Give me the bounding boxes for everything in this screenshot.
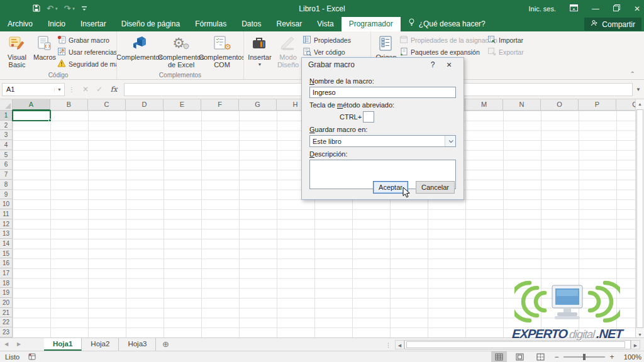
row-header-19[interactable]: 19 xyxy=(0,288,12,298)
tab-diseno-de-pagina[interactable]: Diseño de página xyxy=(114,17,187,31)
horizontal-scroll-thumb[interactable] xyxy=(406,341,625,348)
row-header-7[interactable]: 7 xyxy=(0,170,12,180)
row-header-13[interactable]: 13 xyxy=(0,229,12,239)
ver-codigo-button[interactable]: Ver código xyxy=(303,46,351,58)
column-header-n[interactable]: N xyxy=(503,99,541,110)
confirm-entry-icon[interactable]: ✓ xyxy=(92,85,106,94)
complementos-com-button[interactable]: ⚙ Complementos COM xyxy=(202,33,242,69)
page-layout-view-button[interactable] xyxy=(512,351,528,362)
save-macro-in-select[interactable]: Este libro xyxy=(309,135,456,147)
selected-cell-a1[interactable] xyxy=(12,110,51,121)
splitter-dots-icon[interactable]: ⋮ xyxy=(386,342,391,348)
paquetes-expansion-button[interactable]: Paquetes de expansión xyxy=(399,46,487,58)
row-header-5[interactable]: 5 xyxy=(0,150,12,160)
sheet-tab-hoja1[interactable]: Hoja1 xyxy=(44,338,82,351)
column-header-q[interactable]: Q xyxy=(616,99,635,110)
row-header-23[interactable]: 23 xyxy=(0,327,12,337)
sheet-nav-left-icon[interactable]: ◀ xyxy=(0,338,13,351)
expand-formula-bar-icon[interactable]: ▼ xyxy=(633,87,644,92)
tell-me-box[interactable]: ¿Qué desea hacer? xyxy=(401,17,493,31)
row-header-3[interactable]: 3 xyxy=(0,130,12,140)
undo-caret-icon[interactable]: ▾ xyxy=(55,6,58,11)
macro-name-input[interactable] xyxy=(309,87,456,98)
propiedades-asignacion-button[interactable]: Propiedades de la asignación xyxy=(399,34,487,46)
column-header-e[interactable]: E xyxy=(164,99,201,110)
redo-caret-icon[interactable]: ▾ xyxy=(72,6,75,11)
insert-function-icon[interactable]: fx xyxy=(106,85,121,94)
column-header-m[interactable]: M xyxy=(465,99,503,110)
row-header-15[interactable]: 15 xyxy=(0,249,12,259)
macros-button[interactable]: Macros xyxy=(32,33,57,62)
zoom-percent-label[interactable]: 100% xyxy=(620,353,641,361)
fill-handle[interactable] xyxy=(48,119,52,122)
tab-inicio[interactable]: Inicio xyxy=(40,17,73,31)
tab-archivo[interactable]: Archivo xyxy=(0,17,40,31)
column-header-d[interactable]: D xyxy=(126,99,164,110)
sheet-nav-right-icon[interactable]: ▶ xyxy=(13,338,25,351)
visual-basic-button[interactable]: Visual Basic xyxy=(2,33,32,69)
modo-diseno-button[interactable]: Modo Diseño xyxy=(274,33,303,69)
row-header-6[interactable]: 6 xyxy=(0,160,12,170)
page-break-view-button[interactable] xyxy=(533,351,548,362)
row-header-17[interactable]: 17 xyxy=(0,268,12,278)
row-header-20[interactable]: 20 xyxy=(0,298,12,308)
tab-vista[interactable]: Vista xyxy=(309,17,341,31)
row-header-16[interactable]: 16 xyxy=(0,258,12,268)
column-header-b[interactable]: B xyxy=(50,99,88,110)
importar-button[interactable]: Importar xyxy=(487,34,524,46)
cancel-entry-icon[interactable]: ✕ xyxy=(79,85,92,94)
propiedades-button[interactable]: Propiedades xyxy=(303,34,351,46)
row-header-1[interactable]: 1 xyxy=(0,111,12,121)
qat-customize-icon[interactable] xyxy=(81,3,87,14)
sign-in-link[interactable]: Inic. ses. xyxy=(529,5,556,13)
column-header-f[interactable]: F xyxy=(201,99,239,110)
scroll-up-icon[interactable]: ▲ xyxy=(636,99,644,109)
row-header-8[interactable]: 8 xyxy=(0,180,12,190)
dialog-help-icon[interactable]: ? xyxy=(425,60,441,69)
referencias-relativas-button[interactable]: Usar referencias relativas xyxy=(57,46,117,58)
row-header-9[interactable]: 9 xyxy=(0,190,12,200)
row-header-4[interactable]: 4 xyxy=(0,140,12,150)
column-header-o[interactable]: O xyxy=(541,99,579,110)
column-header-c[interactable]: C xyxy=(88,99,126,110)
cancelar-button[interactable]: Cancelar xyxy=(416,181,455,194)
column-header-a[interactable]: A xyxy=(13,99,50,110)
tab-programador[interactable]: Programador xyxy=(341,17,401,31)
collapse-ribbon-icon[interactable]: ⌃ xyxy=(630,70,635,77)
tab-datos[interactable]: Datos xyxy=(234,17,269,31)
row-header-14[interactable]: 14 xyxy=(0,239,12,249)
vertical-scroll-thumb[interactable] xyxy=(636,109,643,328)
exportar-button[interactable]: Exportar xyxy=(487,46,524,58)
sheet-tab-hoja2[interactable]: Hoja2 xyxy=(82,338,119,351)
restore-button[interactable] xyxy=(613,4,620,13)
ribbon-display-options-icon[interactable] xyxy=(570,4,578,13)
zoom-in-icon[interactable]: + xyxy=(609,353,615,361)
row-header-22[interactable]: 22 xyxy=(0,317,12,327)
column-header-g[interactable]: G xyxy=(239,99,277,110)
minimize-button[interactable]: — xyxy=(592,4,599,13)
tab-revisar[interactable]: Revisar xyxy=(269,17,310,31)
sheet-tab-hoja3[interactable]: Hoja3 xyxy=(119,338,156,351)
complementos-button[interactable]: Complementos xyxy=(119,33,160,62)
dialog-close-icon[interactable]: × xyxy=(441,60,457,70)
row-header-2[interactable]: 2 xyxy=(0,121,12,131)
zoom-slider[interactable] xyxy=(564,356,605,358)
share-button[interactable]: Compartir xyxy=(584,18,641,31)
save-icon[interactable] xyxy=(33,3,40,14)
complementos-excel-button[interactable]: ⚙⚙ Complementos de Excel xyxy=(160,33,202,69)
dialog-title-bar[interactable]: Grabar macro ? × xyxy=(302,58,464,72)
name-box[interactable]: A1 ▼ xyxy=(2,83,65,96)
row-header-12[interactable]: 12 xyxy=(0,219,12,229)
macro-record-icon[interactable] xyxy=(28,353,36,360)
seguridad-macros-button[interactable]: Seguridad de macros xyxy=(57,58,117,70)
tab-formulas[interactable]: Fórmulas xyxy=(187,17,234,31)
redo-icon[interactable]: ↷ xyxy=(64,4,70,13)
normal-view-button[interactable] xyxy=(491,351,507,362)
grabar-macro-button[interactable]: Grabar macro xyxy=(57,34,117,46)
select-dropdown-icon[interactable] xyxy=(445,136,455,146)
column-header-p[interactable]: P xyxy=(579,99,616,110)
close-button[interactable]: ✕ xyxy=(634,4,640,13)
row-header-18[interactable]: 18 xyxy=(0,278,12,288)
scroll-right-icon[interactable]: ▶ xyxy=(631,340,640,349)
row-header-11[interactable]: 11 xyxy=(0,209,12,219)
